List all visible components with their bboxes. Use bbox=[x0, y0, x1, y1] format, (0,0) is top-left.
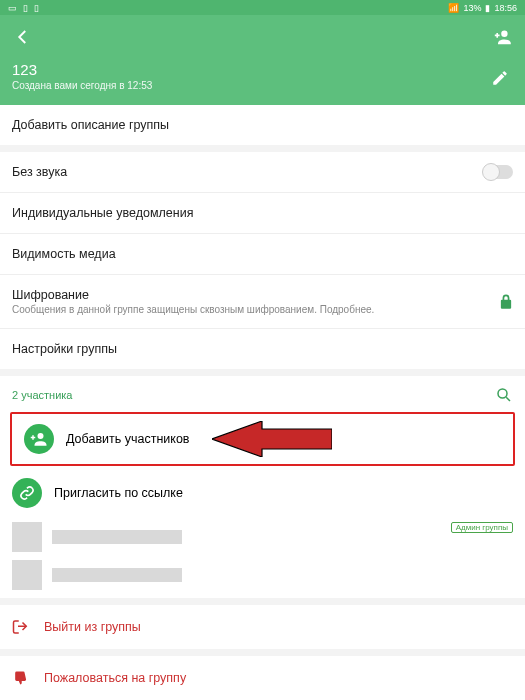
add-description-label: Добавить описание группы bbox=[12, 118, 169, 132]
invite-link-label: Пригласить по ссылке bbox=[54, 486, 183, 500]
thumbs-down-icon bbox=[12, 670, 30, 686]
avatar bbox=[12, 522, 42, 552]
highlight-annotation: Добавить участников bbox=[10, 412, 515, 466]
participant-row[interactable] bbox=[0, 554, 525, 598]
link-icon bbox=[12, 478, 42, 508]
invite-link-row[interactable]: Пригласить по ссылке bbox=[0, 468, 525, 518]
edit-button[interactable] bbox=[491, 69, 513, 91]
participants-count: 2 участника bbox=[12, 389, 72, 401]
custom-notifications-row[interactable]: Индивидуальные уведомления bbox=[0, 192, 525, 233]
status-icon: ▯ bbox=[34, 3, 39, 13]
encryption-subtitle: Сообщения в данной группе защищены сквоз… bbox=[12, 304, 499, 315]
mute-row[interactable]: Без звука bbox=[0, 152, 525, 192]
add-participants-label: Добавить участников bbox=[66, 432, 190, 446]
group-settings-label: Настройки группы bbox=[12, 342, 117, 356]
exit-group-label: Выйти из группы bbox=[44, 620, 141, 634]
back-button[interactable] bbox=[12, 26, 34, 48]
encryption-title: Шифрование bbox=[12, 288, 499, 302]
add-person-icon bbox=[24, 424, 54, 454]
clock: 18:56 bbox=[494, 3, 517, 13]
svg-point-0 bbox=[501, 31, 507, 37]
battery-label: 13% bbox=[463, 3, 481, 13]
exit-group-row[interactable]: Выйти из группы bbox=[0, 605, 525, 649]
encryption-row[interactable]: Шифрование Сообщения в данной группе защ… bbox=[0, 274, 525, 328]
participants-header: 2 участника bbox=[0, 376, 525, 410]
svg-point-2 bbox=[38, 433, 44, 439]
custom-notifications-label: Индивидуальные уведомления bbox=[12, 206, 193, 220]
battery-icon: ▮ bbox=[485, 3, 490, 13]
report-group-label: Пожаловаться на группу bbox=[44, 671, 186, 685]
participant-name-placeholder bbox=[52, 568, 182, 582]
mute-toggle[interactable] bbox=[483, 165, 513, 179]
search-button[interactable] bbox=[495, 386, 513, 404]
participant-name-placeholder bbox=[52, 530, 182, 544]
admin-badge: Админ группы bbox=[451, 522, 513, 533]
status-icon: ▭ bbox=[8, 3, 17, 13]
svg-point-1 bbox=[498, 389, 507, 398]
mute-label: Без звука bbox=[12, 165, 67, 179]
group-title: 123 bbox=[12, 61, 513, 78]
status-bar: ▭ ▯ ▯ 📶 13% ▮ 18:56 bbox=[0, 0, 525, 15]
add-participants-row[interactable]: Добавить участников bbox=[12, 414, 513, 464]
add-description-row[interactable]: Добавить описание группы bbox=[0, 105, 525, 145]
group-subtitle: Создана вами сегодня в 12:53 bbox=[12, 80, 513, 91]
media-visibility-row[interactable]: Видимость медиа bbox=[0, 233, 525, 274]
media-visibility-label: Видимость медиа bbox=[12, 247, 116, 261]
avatar bbox=[12, 560, 42, 590]
add-contact-icon[interactable] bbox=[491, 26, 513, 48]
exit-icon bbox=[12, 619, 30, 635]
group-header: 123 Создана вами сегодня в 12:53 bbox=[0, 15, 525, 105]
status-icon: ▯ bbox=[23, 3, 28, 13]
group-settings-row[interactable]: Настройки группы bbox=[0, 328, 525, 369]
report-group-row[interactable]: Пожаловаться на группу bbox=[0, 656, 525, 700]
lock-icon bbox=[499, 294, 513, 310]
signal-icon: 📶 bbox=[448, 3, 459, 13]
participant-row[interactable]: Админ группы bbox=[0, 518, 525, 554]
